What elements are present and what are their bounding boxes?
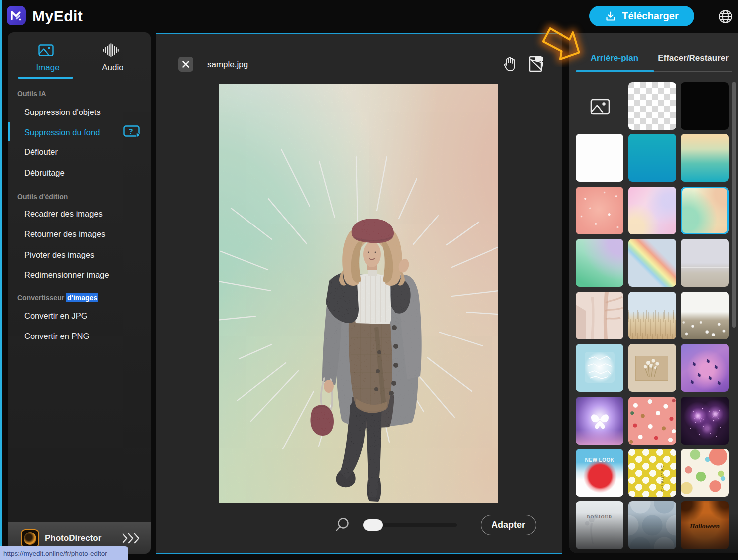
svg-text:?: ? <box>128 127 133 135</box>
